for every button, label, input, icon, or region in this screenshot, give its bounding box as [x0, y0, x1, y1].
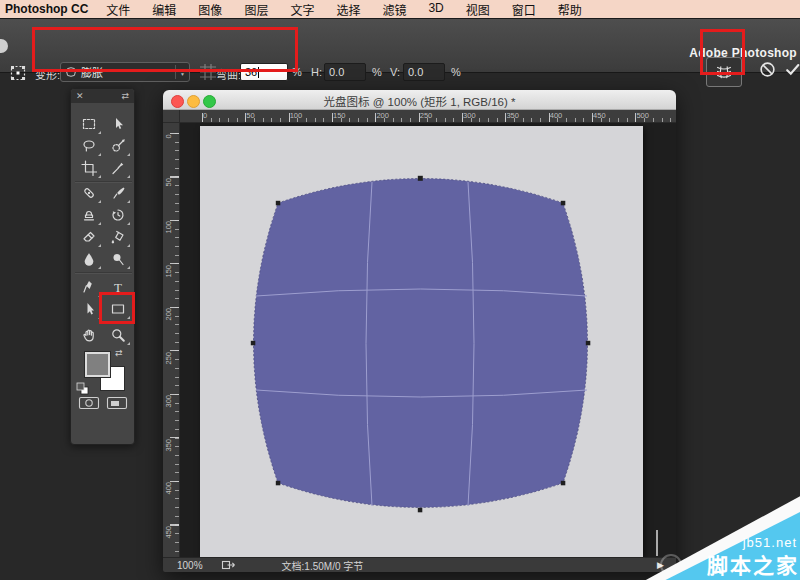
v-input[interactable]: 0.0	[403, 63, 445, 81]
corner-bubble	[0, 39, 8, 53]
tools-panel-header[interactable]: ✕ ⇄	[71, 89, 134, 103]
paint-bucket-tool[interactable]	[105, 226, 131, 248]
inflated-rectangle-shape	[254, 179, 588, 508]
site-watermark: jb51.net 脚本之家	[636, 488, 800, 580]
document-size-info[interactable]: 文档:1.50M/0 字节	[282, 558, 364, 573]
h-input[interactable]: 0.0	[324, 63, 366, 81]
move-tool[interactable]	[105, 113, 131, 135]
default-colors-icon[interactable]	[76, 382, 89, 395]
zoom-level[interactable]: 100%	[177, 560, 203, 571]
highlight-box-rectangle-tool	[99, 292, 135, 324]
lasso-tool[interactable]	[76, 135, 102, 157]
menu-item[interactable]: 滤镜	[382, 1, 406, 18]
hand-tool[interactable]	[76, 324, 102, 346]
menu-item[interactable]: 3D	[428, 1, 443, 18]
menu-item[interactable]: 图层	[244, 1, 268, 18]
brush-tool[interactable]	[105, 182, 131, 204]
rectangular-marquee-tool[interactable]	[76, 113, 102, 135]
swap-colors-icon[interactable]: ⇄	[115, 348, 123, 358]
panel-collapse-icon[interactable]: ⇄	[121, 91, 129, 101]
foreground-color-swatch[interactable]	[85, 352, 110, 377]
photoshop-app: Photoshop CC 文件编辑图像图层文字选择滤镜3D视图窗口帮助 变形: …	[0, 0, 800, 580]
eyedropper-tool[interactable]	[105, 157, 131, 179]
cancel-transform-button[interactable]	[757, 59, 777, 79]
check-icon	[784, 61, 800, 78]
zoom-tool[interactable]	[105, 324, 131, 346]
blur-tool[interactable]	[76, 248, 102, 270]
history-brush-tool[interactable]	[105, 204, 131, 226]
menu-items: 文件编辑图像图层文字选择滤镜3D视图窗口帮助	[106, 1, 582, 18]
menu-item[interactable]: 图像	[198, 1, 222, 18]
h-percent: %	[372, 66, 382, 78]
export-icon[interactable]	[221, 559, 236, 571]
highlight-box-warp-toggle	[700, 29, 745, 75]
menu-item[interactable]: 视图	[466, 1, 490, 18]
highlight-box-warp-options	[32, 27, 298, 72]
watermark-url: jb51.net	[743, 535, 797, 550]
menu-item[interactable]: 文件	[106, 1, 130, 18]
menu-item[interactable]: 编辑	[152, 1, 176, 18]
quick-mask-button[interactable]	[77, 395, 101, 411]
ruler-corner[interactable]	[163, 110, 180, 123]
document-canvas[interactable]	[200, 126, 643, 557]
document-window: 光盘图标 @ 100% (矩形 1, RGB/16) * 05010015020…	[163, 90, 676, 572]
crop-tool[interactable]	[76, 157, 102, 179]
v-percent: %	[451, 66, 461, 78]
screen-mode-button[interactable]	[105, 395, 129, 411]
quick-selection-tool[interactable]	[105, 135, 131, 157]
warped-shape-layer[interactable]	[200, 126, 643, 557]
document-titlebar[interactable]: 光盘图标 @ 100% (矩形 1, RGB/16) *	[163, 90, 676, 110]
horizontal-ruler[interactable]: 050100150200250300350400450500	[180, 110, 676, 123]
menu-item[interactable]: 选择	[336, 1, 360, 18]
panel-close-icon[interactable]: ✕	[76, 91, 84, 101]
cancel-icon	[759, 61, 776, 78]
canvas-pasteboard[interactable]	[180, 123, 676, 557]
clone-stamp-tool[interactable]	[76, 204, 102, 226]
document-status-bar: 100% 文档:1.50M/0 字节 ▶	[163, 557, 676, 572]
tools-panel: ✕ ⇄	[70, 88, 135, 445]
menu-item[interactable]: 文字	[290, 1, 314, 18]
menu-item[interactable]: 帮助	[558, 1, 582, 18]
commit-transform-button[interactable]	[782, 59, 800, 79]
document-title: 光盘图标 @ 100% (矩形 1, RGB/16) *	[163, 93, 676, 109]
dodge-tool[interactable]	[105, 248, 131, 270]
v-label: V:	[390, 66, 400, 78]
h-label: H:	[311, 66, 322, 78]
vertical-ruler[interactable]: 050100150200250300350400450	[163, 123, 180, 557]
tool-preset-icon[interactable]	[8, 63, 28, 83]
watermark-site-name: 脚本之家	[707, 549, 799, 579]
menu-bar: Photoshop CC 文件编辑图像图层文字选择滤镜3D视图窗口帮助	[0, 0, 800, 18]
eraser-tool[interactable]	[76, 226, 102, 248]
spot-healing-brush-tool[interactable]	[76, 182, 102, 204]
app-menu-title[interactable]: Photoshop CC	[5, 2, 88, 16]
menu-item[interactable]: 窗口	[512, 1, 536, 18]
